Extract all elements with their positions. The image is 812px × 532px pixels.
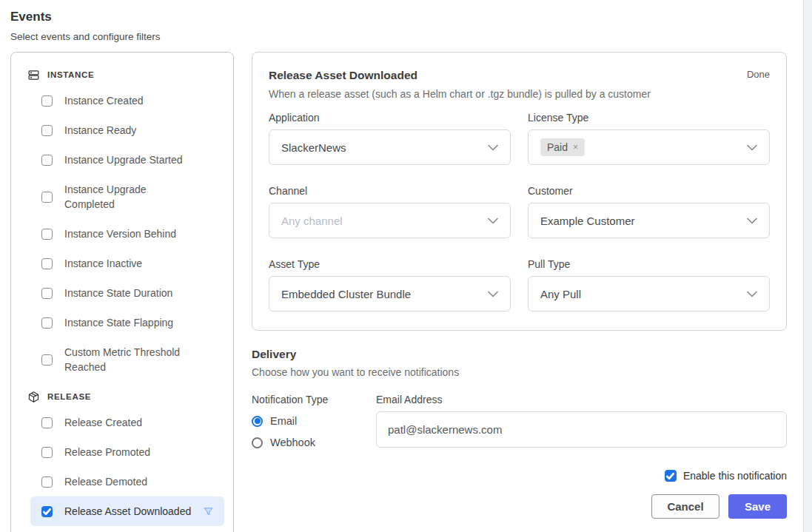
- email-address-label: Email Address: [376, 394, 787, 405]
- section-label: RELEASE: [47, 392, 91, 401]
- email-group: Email Address: [376, 394, 787, 451]
- event-checkbox[interactable]: [41, 317, 53, 329]
- filter-funnel-icon[interactable]: [203, 506, 214, 517]
- save-button[interactable]: Save: [728, 494, 787, 519]
- form-field: Customer Example Customer: [528, 185, 770, 238]
- chevron-down-icon: [747, 214, 757, 227]
- check-icon: [666, 472, 674, 480]
- done-button[interactable]: Done: [747, 69, 770, 80]
- server-stack-icon: [27, 69, 40, 81]
- select-control[interactable]: Embedded Cluster Bundle: [269, 276, 511, 312]
- page-subtitle: Select events and configure filters: [10, 31, 161, 42]
- select-control[interactable]: SlackerNews: [269, 129, 511, 165]
- event-item-label: Instance State Duration: [64, 286, 172, 300]
- event-list-item[interactable]: Instance Created: [30, 86, 224, 115]
- select-placeholder: Any channel: [281, 215, 343, 227]
- delivery-section: Delivery Choose how you want to receive …: [252, 348, 787, 519]
- enable-notification-row[interactable]: Enable this notification: [252, 470, 787, 482]
- event-config-card: Release Asset Downloaded Done When a rel…: [252, 52, 787, 331]
- select-control[interactable]: Any Pull: [528, 276, 770, 312]
- event-list-item[interactable]: Release Demoted: [30, 467, 224, 496]
- event-list-item[interactable]: Instance Inactive: [30, 249, 224, 278]
- chip-label: Paid: [547, 141, 568, 153]
- event-list-item[interactable]: Instance Version Behind: [30, 219, 224, 249]
- select-value: Embedded Cluster Bundle: [281, 288, 411, 300]
- check-icon: [43, 508, 51, 516]
- event-item-label: Instance Upgrade Completed: [64, 182, 190, 212]
- select-control[interactable]: Example Customer: [528, 203, 770, 238]
- chevron-down-icon: [488, 141, 498, 154]
- cancel-button[interactable]: Cancel: [651, 494, 719, 519]
- radio-label: Webhook: [270, 437, 315, 448]
- field-label: Application: [269, 112, 511, 124]
- enable-notification-label: Enable this notification: [683, 470, 787, 482]
- form-field: Application SlackerNews: [269, 112, 511, 165]
- enable-notification-checkbox[interactable]: [665, 470, 677, 482]
- select-control[interactable]: Paid×: [528, 129, 770, 165]
- package-icon: [27, 391, 40, 403]
- email-address-input[interactable]: [376, 411, 787, 448]
- event-checkbox[interactable]: [41, 417, 53, 428]
- radio-button[interactable]: [252, 437, 263, 448]
- chevron-down-icon: [747, 287, 757, 300]
- chevron-down-icon: [747, 141, 757, 154]
- form-field: Asset Type Embedded Cluster Bundle: [269, 258, 511, 312]
- select-control[interactable]: Any channel: [269, 203, 511, 238]
- form-field: Channel Any channel: [269, 185, 511, 238]
- event-list-item[interactable]: Release Promoted: [30, 437, 224, 467]
- event-list-item[interactable]: Instance Ready: [30, 115, 224, 145]
- event-list-item[interactable]: Instance State Flapping: [30, 308, 224, 337]
- event-list-item[interactable]: Instance State Duration: [30, 278, 224, 308]
- event-list-item[interactable]: Release Created: [30, 408, 224, 437]
- event-checkbox[interactable]: [41, 95, 53, 107]
- event-checkbox[interactable]: [41, 354, 53, 366]
- event-list-item[interactable]: Instance Upgrade Completed: [30, 175, 224, 219]
- event-list-item[interactable]: Release Asset Downloaded: [30, 496, 224, 526]
- event-item-label: Release Created: [64, 415, 142, 430]
- notification-type-group: Notification Type Email Webhook: [252, 394, 376, 451]
- page-header: Events Select events and configure filte…: [10, 10, 161, 42]
- delivery-subtitle: Choose how you want to receive notificat…: [252, 366, 787, 378]
- field-label: Pull Type: [528, 258, 770, 270]
- field-label: Channel: [269, 185, 511, 197]
- event-item-label: Instance Version Behind: [64, 226, 176, 241]
- event-item-label: Release Demoted: [64, 474, 147, 489]
- event-item-label: Instance Inactive: [64, 256, 142, 271]
- form-field: Pull Type Any Pull: [528, 258, 770, 312]
- section-header-release: RELEASE: [27, 389, 233, 404]
- event-item-label: Release Promoted: [64, 445, 150, 459]
- event-list-item[interactable]: Custom Metric Threshold Reached: [30, 337, 224, 382]
- event-checkbox[interactable]: [41, 477, 53, 488]
- select-value: Example Customer: [540, 215, 635, 227]
- notification-type-label: Notification Type: [252, 394, 376, 405]
- event-checkbox[interactable]: [41, 229, 53, 240]
- notification-type-option[interactable]: Email: [252, 412, 376, 430]
- radio-button[interactable]: [252, 416, 263, 427]
- event-item-label: Instance State Flapping: [64, 315, 173, 330]
- event-item-label: Instance Ready: [64, 123, 136, 138]
- event-checkbox[interactable]: [41, 125, 53, 136]
- event-list-item[interactable]: Instance Upgrade Started: [30, 145, 224, 175]
- notification-type-option[interactable]: Webhook: [252, 434, 376, 451]
- event-config-title: Release Asset Downloaded: [269, 69, 417, 82]
- sidebar-section-release: RELEASE Release Created Release Promoted…: [27, 389, 233, 526]
- chip-remove-icon[interactable]: ×: [573, 142, 578, 152]
- event-checkbox[interactable]: [41, 288, 53, 299]
- event-checkbox[interactable]: [41, 506, 53, 517]
- event-checkbox[interactable]: [41, 447, 53, 458]
- event-item-label: Custom Metric Threshold Reached: [64, 345, 190, 374]
- event-config-description: When a release asset (such as a Helm cha…: [269, 88, 770, 100]
- event-item-label: Instance Created: [64, 93, 144, 108]
- delivery-title: Delivery: [252, 348, 787, 361]
- event-checkbox[interactable]: [41, 192, 53, 203]
- event-checkbox[interactable]: [41, 258, 53, 269]
- select-value: Any Pull: [540, 288, 581, 300]
- chevron-down-icon: [488, 214, 498, 227]
- event-checkbox[interactable]: [41, 155, 53, 166]
- chevron-down-icon: [488, 287, 498, 300]
- select-value: SlackerNews: [281, 141, 346, 154]
- event-item-label: Instance Upgrade Started: [64, 152, 183, 167]
- form-field: License Type Paid×: [528, 112, 770, 165]
- filters-form: Application SlackerNews License Type Pai…: [269, 112, 770, 312]
- events-sidebar: INSTANCE Instance Created Instance Ready…: [10, 52, 234, 532]
